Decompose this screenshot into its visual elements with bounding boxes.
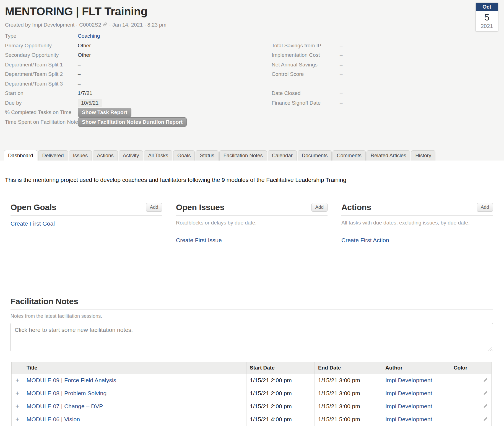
note-author-link[interactable]: Impi Development (385, 416, 432, 422)
facilitation-notes-section: Facilitation Notes Notes from the latest… (0, 297, 504, 426)
link-icon[interactable] (103, 22, 107, 28)
field-label: Net Annual Savings (272, 62, 340, 68)
field-value: – (340, 100, 343, 106)
field-label: Start on (5, 90, 78, 96)
field-row-net-annual-savings: Net Annual Savings – (272, 60, 343, 70)
field-value: Other (78, 43, 91, 49)
tab-issues[interactable]: Issues (69, 150, 92, 161)
tab-comments[interactable]: Comments (332, 150, 365, 161)
note-title-link[interactable]: MODULE 08 | Problem Solving (27, 390, 106, 396)
due-date-badge: Oct 5 2021 (476, 3, 498, 31)
field-row-dept-split-1: Department/Team Split 1 – (5, 60, 498, 70)
plus-icon: + (15, 377, 19, 384)
field-label: Implementation Cost (272, 52, 340, 58)
facilitation-notes-input[interactable] (11, 323, 493, 351)
expand-row-button[interactable]: + (12, 413, 23, 426)
tab-bar: Dashboard Delivered Issues Actions Activ… (4, 150, 436, 161)
tab-related-articles[interactable]: Related Articles (367, 150, 411, 161)
tab-calendar[interactable]: Calendar (268, 150, 297, 161)
expand-row-button[interactable]: + (12, 374, 23, 387)
field-label: Primary Opportunity (5, 43, 78, 49)
project-description: This is the mentoring project used to de… (5, 177, 498, 183)
show-task-report-button[interactable]: Show Task Report (78, 108, 131, 117)
edit-note-button[interactable] (480, 374, 492, 387)
edit-column-header (480, 362, 492, 374)
field-row-type: Type Coaching (5, 31, 498, 41)
field-label: Date Closed (272, 90, 340, 96)
edit-note-button[interactable] (480, 413, 492, 426)
field-value: Other (78, 52, 91, 58)
create-first-goal-link[interactable]: Create First Goal (11, 220, 55, 227)
pencil-icon (483, 417, 488, 421)
note-end-date: 1/15/21 5:00 pm (315, 413, 382, 426)
pencil-icon (483, 404, 488, 408)
show-facilitation-notes-duration-report-button[interactable]: Show Facilitation Notes Duration Report (78, 117, 187, 127)
tab-facilitation-notes[interactable]: Facilitation Notes (219, 150, 267, 161)
note-author-link[interactable]: Impi Development (385, 377, 432, 383)
note-author-link[interactable]: Impi Development (385, 390, 432, 396)
tab-delivered[interactable]: Delivered (38, 150, 68, 161)
create-first-action-link[interactable]: Create First Action (341, 237, 389, 244)
created-line-suffix: · Jan 14, 2021 · 8:23 pm (109, 22, 166, 28)
create-first-issue-link[interactable]: Create First Issue (176, 237, 222, 244)
add-issue-button[interactable]: Add (311, 203, 328, 212)
start-date-column-header: Start Date (246, 362, 315, 374)
tab-activity[interactable]: Activity (119, 150, 143, 161)
divider (176, 215, 328, 216)
field-row-implementation-cost: Implementation Cost – (272, 50, 343, 60)
field-value: – (78, 62, 81, 68)
tab-actions[interactable]: Actions (93, 150, 118, 161)
field-value: – (340, 62, 343, 68)
table-header-row: Title Start Date End Date Author Color (12, 362, 492, 374)
field-grid: Type Coaching Primary Opportunity Other … (5, 31, 498, 127)
tab-goals[interactable]: Goals (173, 150, 195, 161)
open-issues-subtitle: Roadblocks or delays by due date. (176, 220, 328, 226)
field-row-completed-tasks: % Completed Tasks on Time Show Task Repo… (5, 108, 498, 117)
expand-row-button[interactable]: + (12, 387, 23, 400)
plus-icon: + (15, 416, 19, 423)
edit-note-button[interactable] (480, 387, 492, 400)
field-value: – (340, 52, 343, 58)
table-row: + MODULE 06 | Vision 1/15/21 4:00 pm 1/1… (12, 413, 492, 426)
facilitation-notes-title: Facilitation Notes (11, 297, 493, 306)
note-author-link[interactable]: Impi Development (385, 403, 432, 409)
tab-dashboard[interactable]: Dashboard (4, 150, 37, 161)
field-label: Type (5, 33, 78, 39)
plus-icon: + (15, 390, 19, 397)
type-value-link[interactable]: Coaching (78, 33, 100, 39)
tab-all-tasks[interactable]: All Tasks (144, 150, 172, 161)
field-grid-spacer (272, 79, 343, 89)
note-end-date: 1/15/21 3:00 pm (315, 400, 382, 413)
note-end-date: 1/15/21 3:00 pm (315, 374, 382, 387)
field-label: Department/Team Split 2 (5, 71, 78, 77)
field-row-time-spent: Time Spent on Facilitation Notes Show Fa… (5, 117, 498, 127)
field-row-date-closed: Date Closed – (272, 89, 343, 98)
due-date-year: 2021 (476, 23, 498, 31)
note-title-link[interactable]: MODULE 07 | Change – DVP (27, 403, 103, 409)
field-grid-right: Total Savings from IP – Implementation C… (272, 41, 343, 108)
open-goals-title: Open Goals (11, 203, 56, 212)
field-row-start-on: Start on 1/7/21 (5, 89, 498, 98)
due-by-value[interactable]: 10/5/21 (78, 99, 102, 107)
note-end-date: 1/15/21 3:00 pm (315, 387, 382, 400)
note-title-link[interactable]: MODULE 06 | Vision (27, 416, 80, 422)
field-value: – (78, 81, 81, 87)
divider (11, 215, 162, 216)
start-on-value: 1/7/21 (78, 90, 92, 96)
end-date-column-header: End Date (315, 362, 382, 374)
open-issues-title: Open Issues (176, 203, 224, 212)
note-color (450, 387, 480, 400)
expand-row-button[interactable]: + (12, 400, 23, 413)
plus-column-header (12, 362, 23, 374)
add-action-button[interactable]: Add (477, 203, 493, 212)
note-title-link[interactable]: MODULE 09 | Force Field Analysis (27, 377, 116, 383)
tab-history[interactable]: History (411, 150, 435, 161)
note-color (450, 413, 480, 426)
field-value: – (340, 90, 343, 96)
tab-documents[interactable]: Documents (298, 150, 332, 161)
tab-status[interactable]: Status (196, 150, 218, 161)
edit-note-button[interactable] (480, 400, 492, 413)
field-label: Secondary Opportunity (5, 52, 78, 58)
add-goal-button[interactable]: Add (146, 203, 162, 212)
field-label: % Completed Tasks on Time (5, 109, 78, 115)
